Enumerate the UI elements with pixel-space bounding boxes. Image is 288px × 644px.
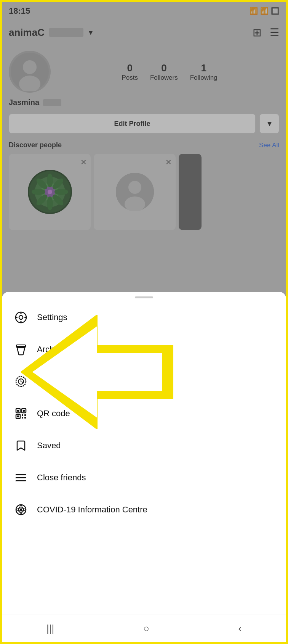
menu-item-settings[interactable]: Settings (2, 301, 286, 333)
menu-item-activity[interactable]: Your activity (2, 365, 286, 398)
nav-back-icon[interactable]: ‹ (238, 623, 242, 634)
close-friends-label: Close friends (37, 473, 86, 483)
svg-rect-39 (24, 417, 26, 419)
svg-rect-38 (22, 417, 23, 419)
menu-item-archive[interactable]: Archive (2, 333, 286, 365)
menu-item-covid[interactable]: COVID-19 Information Centre (2, 494, 286, 526)
saved-label: Saved (37, 441, 61, 451)
nav-home-icon[interactable]: ○ (143, 623, 149, 634)
svg-rect-35 (17, 415, 19, 417)
activity-label: Your activity (37, 377, 82, 386)
close-friends-icon (13, 469, 29, 486)
bottom-sheet: Settings Archive Your activity (2, 292, 286, 644)
menu-item-qr[interactable]: QR code (2, 398, 286, 430)
svg-rect-25 (21, 321, 22, 323)
sheet-handle (135, 296, 153, 298)
nav-bar: ||| ○ ‹ (2, 615, 286, 642)
svg-rect-27 (24, 317, 26, 318)
saved-icon (13, 437, 29, 454)
menu-item-close-friends[interactable]: Close friends (2, 462, 286, 494)
svg-rect-24 (21, 312, 22, 314)
sheet-overlay (2, 2, 286, 299)
svg-point-23 (19, 316, 23, 319)
settings-icon (13, 309, 29, 326)
qr-icon (13, 405, 29, 422)
activity-icon (13, 373, 29, 390)
svg-marker-44 (16, 477, 17, 478)
archive-label: Archive (37, 345, 65, 354)
svg-rect-36 (22, 414, 23, 416)
svg-rect-33 (23, 410, 25, 412)
nav-recent-apps-icon[interactable]: ||| (46, 623, 54, 634)
archive-icon (13, 341, 29, 358)
svg-marker-45 (16, 480, 17, 481)
svg-marker-43 (16, 474, 17, 475)
svg-point-48 (20, 509, 22, 511)
svg-rect-26 (16, 317, 18, 318)
qr-label: QR code (37, 409, 70, 419)
covid-icon (13, 501, 29, 518)
menu-item-saved[interactable]: Saved (2, 430, 286, 462)
svg-rect-31 (17, 410, 19, 412)
settings-label: Settings (37, 312, 67, 322)
covid-label: COVID-19 Information Centre (37, 505, 147, 515)
svg-rect-37 (24, 414, 26, 416)
